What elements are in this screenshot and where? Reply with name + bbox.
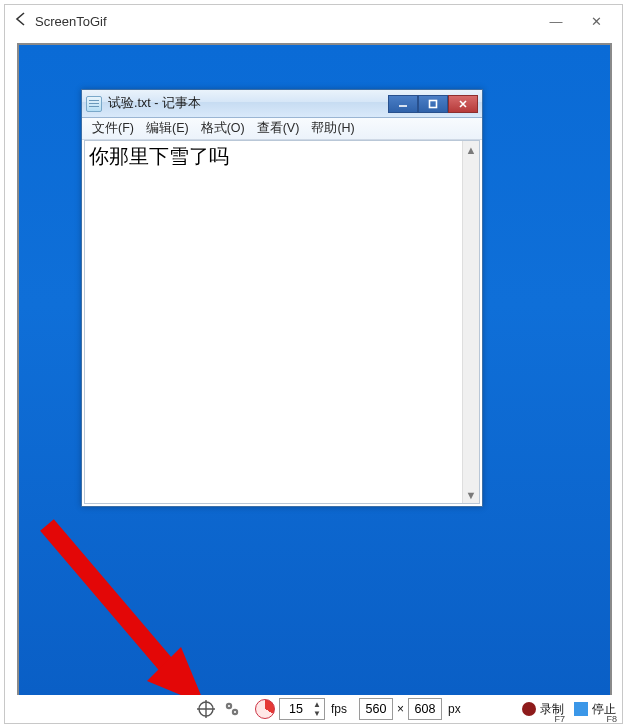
notepad-maximize-button[interactable] (418, 95, 448, 113)
height-field[interactable] (408, 698, 442, 720)
fps-up-icon[interactable]: ▲ (312, 700, 322, 709)
svg-point-5 (228, 705, 230, 707)
dimension-separator: × (393, 702, 408, 716)
menu-file[interactable]: 文件(F) (86, 120, 140, 137)
record-button[interactable]: 录制 F7 (517, 695, 569, 723)
scroll-up-icon[interactable]: ▲ (463, 141, 479, 158)
close-button[interactable]: ✕ (576, 8, 616, 34)
width-input[interactable] (362, 702, 390, 716)
back-arrow-icon[interactable] (11, 11, 35, 32)
stop-icon (574, 702, 588, 716)
screentogif-recorder-window: ScreenToGif — ✕ 试验.txt - 记事本 (4, 4, 623, 724)
stop-shortcut: F8 (606, 714, 617, 724)
scroll-down-icon[interactable]: ▼ (463, 486, 479, 503)
svg-rect-0 (430, 100, 437, 107)
stop-button[interactable]: 停止 F8 (569, 695, 621, 723)
fps-input[interactable] (282, 702, 310, 716)
notepad-close-button[interactable] (448, 95, 478, 113)
notepad-title: 试验.txt - 记事本 (108, 95, 201, 112)
fps-field[interactable]: ▲ ▼ (279, 698, 325, 720)
px-label: px (442, 702, 467, 716)
notepad-window[interactable]: 试验.txt - 记事本 文件(F) 编辑(E) 格式(O) (81, 89, 483, 507)
capture-region[interactable]: 试验.txt - 记事本 文件(F) 编辑(E) 格式(O) (17, 43, 612, 697)
svg-point-6 (234, 711, 236, 713)
record-icon (522, 702, 536, 716)
notepad-body: 你那里下雪了吗 ▲ ▼ (84, 140, 480, 504)
menu-format[interactable]: 格式(O) (195, 120, 251, 137)
crosshair-button[interactable] (193, 698, 219, 720)
width-field[interactable] (359, 698, 393, 720)
notepad-menubar: 文件(F) 编辑(E) 格式(O) 查看(V) 帮助(H) (82, 118, 482, 140)
pie-timer-icon (255, 699, 275, 719)
notepad-scrollbar[interactable]: ▲ ▼ (462, 141, 479, 503)
notepad-minimize-button[interactable] (388, 95, 418, 113)
elapsed-time-indicator (251, 698, 279, 720)
menu-help[interactable]: 帮助(H) (305, 120, 360, 137)
notepad-app-icon (86, 96, 102, 112)
titlebar[interactable]: ScreenToGif — ✕ (5, 5, 622, 37)
notepad-text-content[interactable]: 你那里下雪了吗 (85, 141, 462, 503)
annotation-arrow-icon (37, 515, 207, 705)
menu-edit[interactable]: 编辑(E) (140, 120, 195, 137)
record-shortcut: F7 (554, 714, 565, 724)
notepad-titlebar[interactable]: 试验.txt - 记事本 (82, 90, 482, 118)
fps-label: fps (325, 702, 353, 716)
fps-down-icon[interactable]: ▼ (312, 709, 322, 718)
settings-button[interactable] (219, 698, 245, 720)
menu-view[interactable]: 查看(V) (251, 120, 306, 137)
height-input[interactable] (411, 702, 439, 716)
minimize-button[interactable]: — (536, 8, 576, 34)
recorder-toolbar: ▲ ▼ fps × px 录制 F7 停止 F8 (5, 695, 622, 723)
app-title: ScreenToGif (35, 14, 107, 29)
